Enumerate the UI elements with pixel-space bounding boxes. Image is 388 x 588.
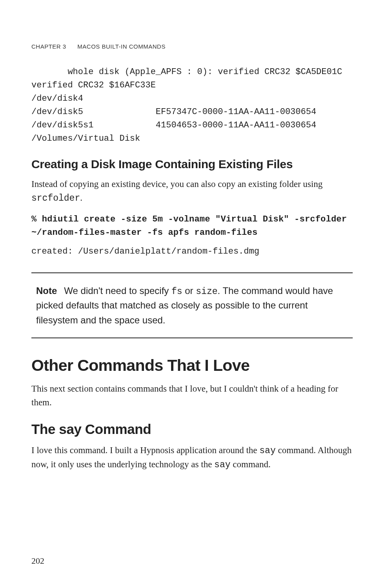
subheading-creating-disk-image: Creating a Disk Image Containing Existin… <box>31 158 353 171</box>
page: CHAPTER 3 MACOS BUILT-IN COMMANDS whole … <box>0 0 388 588</box>
inline-code-size: size <box>196 287 217 297</box>
code-output-block-1: whole disk (Apple_APFS : 0): verified CR… <box>31 65 353 146</box>
page-number: 202 <box>31 556 44 566</box>
note-label: Note <box>36 285 57 296</box>
paragraph-other-commands-intro: This next section contains commands that… <box>31 382 353 410</box>
text: Instead of copying an existing device, y… <box>31 179 322 189</box>
running-header: CHAPTER 3 MACOS BUILT-IN COMMANDS <box>31 43 353 50</box>
subsection-say-command: The say Command <box>31 421 353 437</box>
command-hdiutil-create: % hdiutil create -size 5m -volname "Virt… <box>31 213 353 240</box>
paragraph-srcfolder: Instead of copying an existing device, y… <box>31 177 353 205</box>
note-text: We didn't need to specify <box>64 285 171 296</box>
inline-code-say-2: say <box>214 460 230 470</box>
command-output-created: created: /Users/danielplatt/random-files… <box>31 245 353 258</box>
inline-code-srcfolder: srcfolder <box>31 193 80 203</box>
text: command. <box>231 459 271 469</box>
note-box: NoteWe didn't need to specify fs or size… <box>31 272 353 338</box>
text: I love this command. I built a Hypnosis … <box>31 445 259 455</box>
paragraph-say-command: I love this command. I built a Hypnosis … <box>31 443 353 471</box>
note-text: or <box>182 285 196 296</box>
text: . <box>80 193 82 203</box>
section-other-commands: Other Commands That I Love <box>31 356 353 375</box>
inline-code-fs: fs <box>171 287 182 297</box>
chapter-number: CHAPTER 3 <box>31 43 66 50</box>
chapter-title: MACOS BUILT-IN COMMANDS <box>77 43 166 50</box>
inline-code-say-1: say <box>259 446 275 456</box>
